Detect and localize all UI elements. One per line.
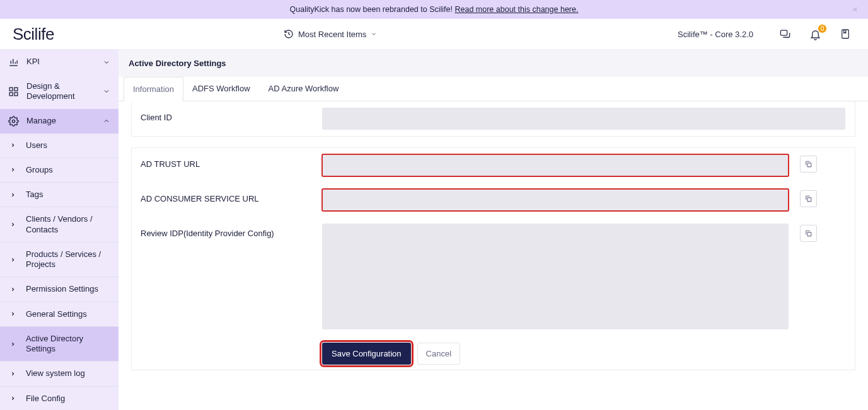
client-id-label: Client ID — [141, 108, 317, 122]
svg-point-6 — [12, 120, 14, 122]
sidebar-item-clients-vendors[interactable]: Clients / Vendors / Contacts — [0, 207, 119, 242]
app-version: Scilife™ - Core 3.2.0 — [678, 30, 753, 39]
sidebar-item-kpi[interactable]: KPI — [0, 50, 119, 74]
sidebar-item-tags[interactable]: Tags — [0, 183, 119, 207]
copy-button[interactable] — [800, 190, 817, 207]
copy-icon — [804, 160, 813, 168]
chevron-right-icon — [8, 192, 17, 198]
page-title: Active Directory Settings — [119, 50, 868, 77]
sidebar-item-manage[interactable]: Manage — [0, 109, 119, 134]
main-content: Active Directory Settings Information AD… — [119, 50, 868, 410]
sidebar-item-label: View system log — [26, 368, 85, 379]
sidebar-item-label: Clients / Vendors / Contacts — [26, 214, 110, 235]
gear-icon — [8, 116, 19, 127]
grid-icon — [8, 86, 19, 97]
sidebar-item-label: File Config — [26, 394, 65, 404]
sidebar-item-label: Design & Development — [26, 81, 95, 102]
banner-link[interactable]: Read more about this change here. — [454, 5, 578, 14]
rebrand-banner: QualityKick has now been rebranded to Sc… — [0, 0, 868, 19]
sidebar-item-active-directory-settings[interactable]: Active Directory Settings — [0, 327, 119, 362]
sidebar-item-products-services[interactable]: Products / Services / Projects — [0, 242, 119, 278]
sidebar-item-users[interactable]: Users — [0, 134, 119, 158]
sidebar-item-label: KPI — [26, 57, 95, 67]
sidebar-item-label: Permission Settings — [26, 284, 98, 294]
sidebar-item-label: General Settings — [26, 309, 87, 319]
svg-rect-4 — [9, 93, 13, 96]
sidebar-item-groups[interactable]: Groups — [0, 158, 119, 183]
copy-icon — [804, 195, 813, 203]
chevron-right-icon — [8, 371, 17, 377]
sidebar-item-file-config[interactable]: File Config — [0, 387, 119, 411]
topbar: Scilife Most Recent Items Scilife™ - Cor… — [0, 19, 868, 50]
client-id-input[interactable] — [322, 108, 845, 130]
sidebar-item-label: Active Directory Settings — [26, 334, 110, 355]
chevron-right-icon — [8, 222, 17, 227]
svg-rect-2 — [9, 88, 13, 91]
chart-icon — [8, 57, 19, 67]
bookmark-icon[interactable] — [839, 28, 852, 40]
svg-rect-0 — [780, 30, 787, 35]
cancel-button[interactable]: Cancel — [417, 343, 460, 365]
idp-label: Review IDP(Identity Provider Config) — [141, 224, 317, 238]
recent-items-label: Most Recent Items — [298, 30, 366, 39]
tabs: Information ADFS Workflow AD Azure Workf… — [119, 77, 868, 101]
sidebar: KPI Design & Development Manage — [0, 50, 119, 410]
svg-rect-8 — [807, 198, 811, 202]
chevron-up-icon — [103, 117, 110, 125]
chevron-right-icon — [8, 167, 17, 173]
tab-information[interactable]: Information — [124, 77, 183, 101]
chevron-down-icon — [371, 31, 377, 37]
sidebar-item-label: Groups — [26, 165, 53, 175]
svg-rect-3 — [14, 88, 18, 91]
close-icon[interactable]: × — [852, 4, 858, 14]
chevron-right-icon — [8, 396, 17, 401]
logo: Scilife — [13, 25, 120, 44]
svg-rect-5 — [14, 93, 18, 96]
ad-consumer-url-input[interactable] — [322, 189, 789, 211]
save-configuration-button[interactable]: Save Configuration — [322, 343, 411, 365]
sidebar-item-label: Tags — [26, 190, 43, 200]
tab-ad-azure-workflow[interactable]: AD Azure Workflow — [260, 77, 349, 101]
chevron-down-icon — [103, 88, 110, 95]
copy-icon — [804, 229, 813, 237]
svg-rect-7 — [807, 163, 811, 167]
ad-consumer-url-label: AD CONSUMER SERVICE URL — [141, 189, 317, 203]
recent-items-dropdown[interactable]: Most Recent Items — [284, 29, 377, 39]
chevron-right-icon — [8, 341, 17, 347]
ad-trust-url-label: AD TRUST URL — [141, 154, 317, 169]
chevron-right-icon — [8, 287, 17, 292]
notification-badge: 0 — [818, 24, 827, 33]
chevron-right-icon — [8, 142, 17, 148]
sidebar-item-label: Products / Services / Projects — [26, 249, 110, 270]
chevron-right-icon — [8, 257, 17, 263]
tab-adfs-workflow[interactable]: ADFS Workflow — [183, 77, 260, 101]
sidebar-item-permission-settings[interactable]: Permission Settings — [0, 277, 119, 302]
copy-button[interactable] — [800, 225, 817, 242]
sidebar-item-general-settings[interactable]: General Settings — [0, 302, 119, 327]
chevron-right-icon — [8, 311, 17, 317]
feedback-icon[interactable] — [778, 28, 791, 40]
sidebar-item-label: Manage — [26, 116, 95, 126]
sidebar-item-design-development[interactable]: Design & Development — [0, 74, 119, 109]
history-icon — [284, 29, 294, 39]
copy-button[interactable] — [800, 156, 817, 173]
banner-text: QualityKick has now been rebranded to Sc… — [290, 5, 579, 14]
sidebar-item-label: Users — [26, 140, 47, 151]
ad-trust-url-input[interactable] — [322, 154, 789, 176]
chevron-down-icon — [103, 59, 110, 66]
notifications-icon[interactable]: 0 — [809, 28, 821, 40]
idp-textarea[interactable] — [322, 224, 789, 329]
svg-rect-1 — [842, 30, 849, 38]
sidebar-item-view-system-log[interactable]: View system log — [0, 362, 119, 386]
svg-rect-9 — [807, 232, 811, 236]
